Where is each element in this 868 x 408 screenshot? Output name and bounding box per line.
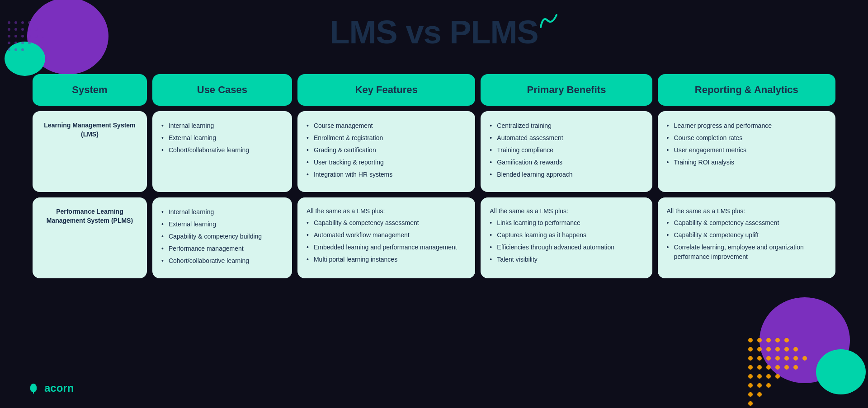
- table-row: Performance Learning Management System (…: [33, 197, 835, 278]
- list-item: External learning: [161, 220, 283, 229]
- svg-point-28: [766, 338, 771, 342]
- list-item: Automated assessment: [490, 133, 643, 143]
- svg-point-57: [748, 392, 753, 397]
- primary-benefits-cell: Centralized trainingAutomated assessment…: [481, 111, 652, 192]
- list-item: Embedded learning and performance manage…: [307, 243, 466, 252]
- svg-point-37: [748, 356, 753, 361]
- header-use-cases: Use Cases: [152, 74, 292, 106]
- list-item: Enrollment & registration: [307, 133, 466, 143]
- svg-point-38: [757, 356, 762, 361]
- svg-point-25: [816, 349, 866, 394]
- list-item: Learner progress and performance: [667, 121, 826, 131]
- svg-point-30: [784, 338, 789, 342]
- list-item: Internal learning: [161, 207, 283, 217]
- svg-point-34: [775, 347, 780, 352]
- list-item: Training compliance: [490, 145, 643, 155]
- svg-point-40: [775, 356, 780, 361]
- header-reporting: Reporting & Analytics: [658, 74, 835, 106]
- comparison-table: System Use Cases Key Features Primary Be…: [27, 69, 841, 284]
- list-item: Capability & competency uplift: [667, 230, 826, 240]
- squiggle-decoration: [536, 11, 563, 34]
- list-item: Links learning to performance: [490, 218, 643, 228]
- header-primary-benefits: Primary Benefits: [481, 74, 652, 106]
- reporting-intro: All the same as a LMS plus:: [667, 207, 826, 215]
- benefits-intro: All the same as a LMS plus:: [490, 207, 643, 215]
- list-item: Efficiencies through advanced automation: [490, 243, 643, 252]
- list-item: Internal learning: [161, 121, 283, 131]
- list-item: External learning: [161, 133, 283, 143]
- svg-point-44: [748, 365, 753, 370]
- use-cases-cell: Internal learningExternal learningCapabi…: [152, 197, 292, 278]
- list-item: Gamification & rewards: [490, 158, 643, 167]
- svg-point-46: [766, 365, 771, 370]
- list-item: Course completion rates: [667, 133, 826, 143]
- svg-point-48: [784, 365, 789, 370]
- acorn-logo-icon: [27, 382, 40, 394]
- svg-point-49: [793, 365, 798, 370]
- list-item: Correlate learning, employee and organiz…: [667, 243, 826, 262]
- list-item: User tracking & reporting: [307, 158, 466, 167]
- svg-point-42: [793, 356, 798, 361]
- svg-point-51: [757, 374, 762, 379]
- svg-point-29: [775, 338, 780, 342]
- svg-point-52: [766, 374, 771, 379]
- list-item: Integration with HR systems: [307, 170, 466, 179]
- svg-point-39: [766, 356, 771, 361]
- system-cell: Performance Learning Management System (…: [33, 197, 147, 278]
- reporting-cell: Learner progress and performanceCourse c…: [658, 111, 835, 192]
- svg-point-55: [757, 383, 762, 388]
- list-item: Captures learning as it happens: [490, 230, 643, 240]
- table-row: Learning Management System (LMS)Internal…: [33, 111, 835, 192]
- list-item: Capability & competency assessment: [667, 218, 826, 228]
- svg-point-58: [757, 392, 762, 397]
- list-item: Multi portal learning instances: [307, 255, 466, 264]
- list-item: Blended learning approach: [490, 170, 643, 179]
- key-features-cell: All the same as a LMS plus:Capability & …: [297, 197, 475, 278]
- svg-point-54: [748, 383, 753, 388]
- main-title: LMS vs PLMS: [330, 14, 538, 51]
- svg-point-47: [775, 365, 780, 370]
- list-item: Cohort/collaborative learning: [161, 145, 283, 155]
- header-key-features: Key Features: [297, 74, 475, 106]
- list-item: User engagement metrics: [667, 145, 826, 155]
- primary-benefits-cell: All the same as a LMS plus:Links learnin…: [481, 197, 652, 278]
- reporting-cell: All the same as a LMS plus:Capability & …: [658, 197, 835, 278]
- list-item: Training ROI analysis: [667, 158, 826, 167]
- use-cases-cell: Internal learningExternal learningCohort…: [152, 111, 292, 192]
- list-item: Capability & competency building: [161, 232, 283, 241]
- list-item: Cohort/collaborative learning: [161, 256, 283, 266]
- svg-point-59: [748, 401, 753, 406]
- svg-point-32: [757, 347, 762, 352]
- list-item: Course management: [307, 121, 466, 131]
- svg-point-43: [802, 356, 807, 361]
- list-item: Centralized training: [490, 121, 643, 131]
- title-area: LMS vs PLMS: [27, 14, 841, 51]
- svg-point-33: [766, 347, 771, 352]
- system-cell: Learning Management System (LMS): [33, 111, 147, 192]
- svg-point-36: [793, 347, 798, 352]
- svg-point-27: [757, 338, 762, 342]
- list-item: Grading & certification: [307, 145, 466, 155]
- list-item: Talent visibility: [490, 255, 643, 264]
- logo-area: acorn: [27, 382, 74, 394]
- svg-point-50: [748, 374, 753, 379]
- list-item: Automated workflow management: [307, 230, 466, 240]
- svg-point-26: [748, 338, 753, 342]
- key-features-cell: Course managementEnrollment & registrati…: [297, 111, 475, 192]
- header-system: System: [33, 74, 147, 106]
- svg-point-45: [757, 365, 762, 370]
- svg-point-31: [748, 347, 753, 352]
- list-item: Performance management: [161, 244, 283, 253]
- svg-point-56: [766, 383, 771, 388]
- list-item: Capability & competency assessment: [307, 218, 466, 228]
- svg-point-53: [775, 374, 780, 379]
- features-intro: All the same as a LMS plus:: [307, 207, 466, 215]
- logo-text: acorn: [44, 382, 74, 394]
- svg-point-41: [784, 356, 789, 361]
- svg-point-35: [784, 347, 789, 352]
